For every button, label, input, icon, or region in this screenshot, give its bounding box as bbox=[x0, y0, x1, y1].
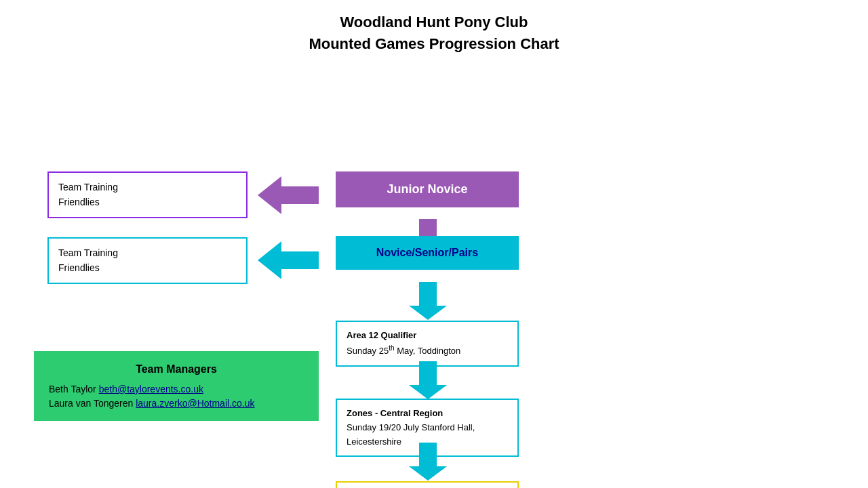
national-box: JCB National Championships Offchurch Bur… bbox=[336, 481, 519, 488]
arrow-left-cyan-1 bbox=[258, 241, 319, 279]
team-training-box-1: Team Training Friendlies bbox=[47, 171, 248, 218]
down-arrow-cyan-2 bbox=[409, 361, 447, 399]
club-title: Woodland Hunt Pony Club bbox=[309, 14, 559, 31]
team-managers-box: Team Managers Beth Taylor beth@tayloreve… bbox=[34, 351, 319, 421]
team-managers-title: Team Managers bbox=[49, 363, 304, 375]
junior-novice-box: Junior Novice bbox=[336, 171, 519, 207]
chart-canvas: Team Training Friendlies Junior Novice T… bbox=[27, 66, 868, 474]
manager1: Beth Taylor beth@taylorevents.co.uk bbox=[49, 384, 304, 394]
novice-box: Novice/Senior/Pairs bbox=[336, 236, 519, 270]
arrow-left-purple-1 bbox=[258, 176, 319, 214]
manager2-email[interactable]: laura.zverko@Hotmail.co.uk bbox=[136, 398, 254, 409]
team-training-box-2: Team Training Friendlies bbox=[47, 237, 248, 284]
area-qualifier-box: Area 12 Qualifier Sunday 25th May, Toddi… bbox=[336, 321, 519, 367]
down-arrow-cyan-1 bbox=[409, 282, 447, 320]
header: Woodland Hunt Pony Club Mounted Games Pr… bbox=[309, 14, 559, 53]
manager2: Laura van Tongeren laura.zverko@Hotmail.… bbox=[49, 398, 304, 409]
manager1-email[interactable]: beth@taylorevents.co.uk bbox=[99, 384, 203, 394]
chart-title: Mounted Games Progression Chart bbox=[309, 35, 559, 53]
